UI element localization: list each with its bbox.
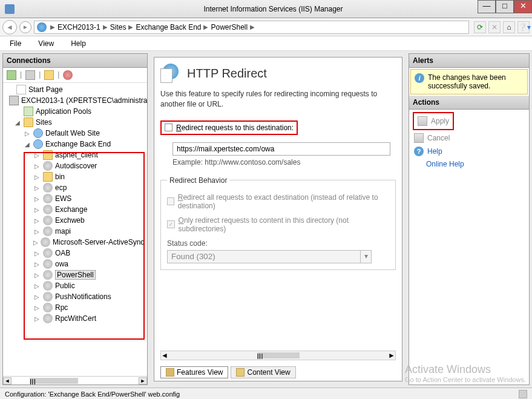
globe-folder-icon xyxy=(43,194,53,203)
menu-help[interactable]: Help xyxy=(66,38,91,49)
tree-node-pushnotifications[interactable]: ▷PushNotifications xyxy=(4,291,146,302)
scroll-left-icon[interactable]: ◄ xyxy=(3,377,11,384)
behavior-legend: Redirect Behavior xyxy=(167,176,229,185)
pool-icon xyxy=(24,107,33,116)
http-redirect-icon xyxy=(160,64,180,83)
tree-label: Microsoft-Server-ActiveSync xyxy=(53,238,144,246)
tree-node-public[interactable]: ▷Public xyxy=(4,280,146,291)
tree-node-rpcwithcert[interactable]: ▷RpcWithCert xyxy=(4,313,146,324)
menu-view[interactable]: View xyxy=(33,38,59,49)
scroll-right-icon[interactable]: ► xyxy=(139,377,147,384)
back-button[interactable]: ◄ xyxy=(2,20,17,35)
globe-icon xyxy=(37,22,47,32)
home-icon[interactable]: ⌂ xyxy=(503,21,515,33)
connect-icon[interactable] xyxy=(7,70,16,80)
exchange-back-end[interactable]: ◢ Exchange Back End xyxy=(4,139,146,150)
breadcrumb[interactable]: ▶ EXCH2013-1 ▶ Sites ▶ Exchange Back End… xyxy=(34,21,469,34)
features-view-tab[interactable]: Features View xyxy=(160,366,228,378)
refresh-tree-icon[interactable] xyxy=(63,70,73,80)
tree-label: ecp xyxy=(55,183,67,192)
sites-node[interactable]: ◢ Sites xyxy=(4,117,146,128)
info-icon: i xyxy=(415,73,424,83)
save-icon[interactable] xyxy=(25,70,35,80)
cancel-action[interactable]: Cancel xyxy=(413,131,525,145)
help-action[interactable]: ? Help xyxy=(413,145,525,158)
online-help-action[interactable]: Online Help xyxy=(413,158,525,170)
alerts-header: Alerts xyxy=(409,54,529,68)
tree-node-powershell[interactable]: ▷PowerShell xyxy=(4,269,146,280)
tree-node-exchange[interactable]: ▷Exchange xyxy=(4,204,146,215)
folder-icon xyxy=(43,150,53,160)
breadcrumb-item[interactable]: PowerShell xyxy=(208,23,250,31)
globe-folder-icon xyxy=(43,226,53,236)
scroll-left-icon[interactable]: ◄ xyxy=(161,351,168,360)
redirect-checkbox-row[interactable]: Redirect requests to this destination: xyxy=(162,122,297,134)
stop-icon[interactable]: ✕ xyxy=(488,21,501,33)
breadcrumb-item[interactable]: Exchange Back End xyxy=(133,23,203,31)
tree-node-autodiscover[interactable]: ▷Autodiscover xyxy=(4,160,146,171)
globe-folder-icon xyxy=(43,248,53,258)
tree-node-bin[interactable]: ▷bin xyxy=(4,171,146,182)
scroll-thumb[interactable]: III xyxy=(30,378,78,384)
tree-label: Exchange xyxy=(55,205,87,214)
default-web-site[interactable]: ▷ Default Web Site xyxy=(4,128,146,139)
refresh-icon[interactable]: ⟳ xyxy=(474,21,486,33)
tree-node-owa[interactable]: ▷owa xyxy=(4,259,146,269)
page-icon xyxy=(16,85,26,94)
globe-folder-icon xyxy=(43,292,53,302)
right-pane: Alerts i The changes have been successfu… xyxy=(409,53,530,385)
actions-header: Actions xyxy=(409,96,529,110)
globe-folder-icon xyxy=(43,281,53,291)
exact-destination-row: Redirect all requests to exact destinati… xyxy=(167,193,389,210)
feature-pane: HTTP Redirect Use this feature to specif… xyxy=(150,53,406,385)
forward-button[interactable]: ► xyxy=(19,21,31,33)
tree-hscroll[interactable]: ◄ III ► xyxy=(3,376,147,384)
globe-folder-icon xyxy=(43,183,53,193)
apply-action[interactable]: Apply xyxy=(416,114,450,128)
redirect-checkbox[interactable] xyxy=(165,124,172,131)
alert-saved: i The changes have been successfully sav… xyxy=(410,69,528,94)
status-code-combo: ▾ xyxy=(167,250,389,263)
minimize-button[interactable]: — xyxy=(478,0,496,13)
destination-url-input[interactable] xyxy=(172,142,390,156)
tree-node-microsoft-server-activesync[interactable]: ▷Microsoft-Server-ActiveSync xyxy=(4,237,146,248)
scroll-thumb[interactable]: III xyxy=(257,352,300,358)
tree-node-oab[interactable]: ▷OAB xyxy=(4,248,146,259)
maximize-button[interactable]: □ xyxy=(496,0,514,13)
tree-node-aspnet_client[interactable]: ▷aspnet_client xyxy=(4,150,146,160)
nav-bar: ◄ ► ▶ EXCH2013-1 ▶ Sites ▶ Exchange Back… xyxy=(0,18,532,36)
window-title: Internet Information Services (IIS) Mana… xyxy=(15,5,532,13)
folder-icon[interactable] xyxy=(44,70,54,80)
folder-icon xyxy=(24,117,33,127)
connections-tree: Start Page EXCH2013-1 (XPERTSTEC\adminis… xyxy=(3,83,147,376)
apply-highlight: Apply xyxy=(413,112,454,130)
server-icon xyxy=(9,96,19,105)
scroll-right-icon[interactable]: ► xyxy=(388,351,395,360)
tree-label: RpcWithCert xyxy=(55,314,96,323)
status-code-value xyxy=(167,250,361,263)
app-pools[interactable]: Application Pools xyxy=(4,106,146,117)
tree-node-rpc[interactable]: ▷Rpc xyxy=(4,302,146,313)
globe-folder-icon xyxy=(43,303,53,312)
breadcrumb-item[interactable]: Sites xyxy=(108,23,129,31)
server-node[interactable]: EXCH2013-1 (XPERTSTEC\administrator) xyxy=(4,95,146,106)
tree-label: PushNotifications xyxy=(55,292,111,301)
tree-node-ecp[interactable]: ▷ecp xyxy=(4,182,146,193)
menu-file[interactable]: File xyxy=(5,38,26,49)
globe-folder-icon xyxy=(41,237,50,247)
feature-description: Use this feature to specify rules for re… xyxy=(160,89,396,110)
tree-node-mapi[interactable]: ▷mapi xyxy=(4,226,146,237)
tree-node-ews[interactable]: ▷EWS xyxy=(4,193,146,204)
status-grip-icon xyxy=(519,390,527,398)
content-view-tab[interactable]: Content View xyxy=(231,366,295,378)
tree-label: OAB xyxy=(55,249,70,257)
center-hscroll[interactable]: ◄ III ► xyxy=(160,351,396,360)
breadcrumb-item[interactable]: EXCH2013-1 xyxy=(55,23,103,31)
globe-folder-icon xyxy=(43,259,53,269)
tree-node-exchweb[interactable]: ▷Exchweb xyxy=(4,215,146,226)
globe-folder-icon xyxy=(43,205,53,214)
close-button[interactable]: ✕ xyxy=(514,0,532,13)
status-code-label: Status code: xyxy=(167,239,389,248)
start-page[interactable]: Start Page xyxy=(4,84,146,95)
help-dropdown-icon[interactable]: ❔▾ xyxy=(517,21,530,33)
